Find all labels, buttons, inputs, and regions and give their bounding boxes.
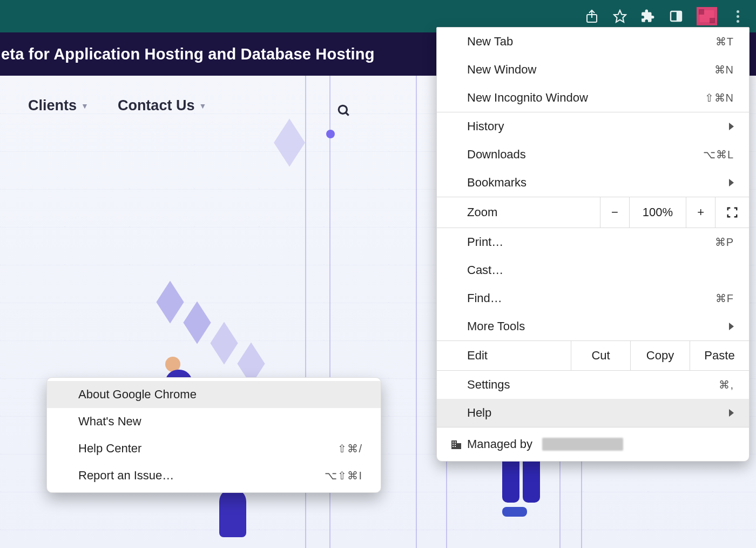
svg-point-5 [339, 105, 347, 113]
menu-help[interactable]: Help [437, 399, 749, 427]
menu-find[interactable]: Find… ⌘F [437, 284, 749, 312]
svg-rect-14 [455, 446, 456, 447]
menu-shortcut: ⇧⌘N [705, 91, 734, 104]
managed-by-org-redacted [542, 438, 623, 451]
menu-edit-label: Edit [437, 341, 571, 370]
menu-label: More Tools [467, 319, 525, 333]
svg-rect-7 [451, 440, 457, 449]
menu-new-window[interactable]: New Window ⌘N [437, 56, 749, 84]
help-submenu: About Google Chrome What's New Help Cent… [46, 377, 381, 493]
svg-rect-13 [453, 446, 454, 447]
menu-downloads[interactable]: Downloads ⌥⌘L [437, 141, 749, 169]
submenu-about-chrome[interactable]: About Google Chrome [47, 381, 381, 408]
menu-label: Settings [467, 378, 510, 392]
submenu-arrow-icon [729, 179, 734, 186]
nav-clients[interactable]: Clients ▼ [28, 97, 89, 114]
submenu-arrow-icon [729, 323, 734, 330]
svg-rect-8 [457, 443, 461, 449]
more-menu-icon[interactable] [730, 9, 745, 24]
menu-label: History [467, 119, 504, 133]
menu-label: Bookmarks [467, 176, 526, 190]
sidepanel-icon[interactable] [669, 9, 684, 24]
svg-rect-11 [453, 444, 454, 445]
zoom-value: 100% [629, 197, 686, 228]
svg-rect-10 [455, 442, 456, 443]
menu-bookmarks[interactable]: Bookmarks [437, 169, 749, 197]
menu-more-tools[interactable]: More Tools [437, 312, 749, 340]
menu-label: New Window [467, 63, 536, 77]
extensions-icon[interactable] [640, 9, 656, 24]
bookmark-star-icon[interactable] [612, 9, 627, 24]
decorative-dot [326, 130, 335, 138]
edit-copy-button[interactable]: Copy [630, 341, 690, 370]
menu-label: New Tab [467, 35, 513, 49]
menu-shortcut: ⌘, [719, 378, 734, 391]
zoom-in-button[interactable]: + [686, 197, 715, 228]
menu-new-incognito[interactable]: New Incognito Window ⇧⌘N [437, 84, 749, 112]
menu-label: Downloads [467, 148, 526, 162]
submenu-whats-new[interactable]: What's New [47, 408, 381, 435]
svg-rect-4 [677, 11, 681, 21]
submenu-label: Report an Issue… [78, 469, 174, 483]
profile-avatar[interactable] [697, 7, 717, 25]
menu-shortcut: ⌘T [716, 35, 734, 48]
nav-contact[interactable]: Contact Us ▼ [118, 97, 206, 114]
menu-new-tab[interactable]: New Tab ⌘T [437, 28, 749, 56]
edit-paste-button[interactable]: Paste [690, 341, 749, 370]
submenu-label: Help Center [78, 442, 141, 456]
chevron-down-icon: ▼ [81, 102, 89, 110]
share-icon[interactable] [584, 9, 599, 24]
menu-label: Help [467, 406, 491, 420]
menu-history[interactable]: History [437, 112, 749, 141]
menu-label: Print… [467, 235, 503, 249]
menu-settings[interactable]: Settings ⌘, [437, 371, 749, 399]
menu-shortcut: ⌥⌘L [703, 148, 734, 161]
menu-zoom-label: Zoom [437, 197, 600, 228]
menu-edit: Edit Cut Copy Paste [437, 340, 749, 371]
svg-marker-1 [614, 10, 626, 22]
chrome-main-menu: New Tab ⌘T New Window ⌘N New Incognito W… [436, 27, 750, 462]
svg-rect-9 [453, 442, 454, 443]
menu-cast[interactable]: Cast… [437, 256, 749, 284]
managed-by-label: Managed by [467, 437, 532, 451]
svg-line-6 [346, 112, 348, 115]
menu-shortcut: ⌘F [716, 292, 734, 305]
chevron-down-icon: ▼ [199, 102, 206, 110]
menu-shortcut: ⌘N [714, 63, 734, 76]
nav-clients-label: Clients [28, 97, 77, 114]
submenu-report-issue[interactable]: Report an Issue… ⌥⇧⌘I [47, 462, 381, 489]
menu-label: New Incognito Window [467, 91, 588, 105]
submenu-arrow-icon [729, 409, 734, 417]
submenu-shortcut: ⌥⇧⌘I [325, 469, 362, 482]
organization-icon [450, 438, 463, 451]
submenu-help-center[interactable]: Help Center ⇧⌘/ [47, 435, 381, 462]
search-icon[interactable] [337, 104, 351, 118]
menu-zoom: Zoom − 100% + [437, 197, 749, 228]
svg-rect-12 [455, 444, 456, 445]
menu-label: Find… [467, 291, 502, 305]
menu-print[interactable]: Print… ⌘P [437, 228, 749, 256]
fullscreen-button[interactable] [715, 197, 749, 228]
submenu-arrow-icon [729, 123, 734, 130]
banner-text: eta for Application Hosting and Database… [1, 45, 375, 63]
submenu-label: About Google Chrome [78, 387, 197, 402]
submenu-shortcut: ⇧⌘/ [338, 442, 362, 455]
menu-managed-by[interactable]: Managed by [437, 427, 749, 461]
edit-cut-button[interactable]: Cut [571, 341, 630, 370]
nav-contact-label: Contact Us [118, 97, 195, 114]
menu-label: Cast… [467, 263, 503, 277]
zoom-out-button[interactable]: − [600, 197, 629, 228]
submenu-label: What's New [78, 415, 141, 429]
menu-shortcut: ⌘P [715, 236, 734, 249]
